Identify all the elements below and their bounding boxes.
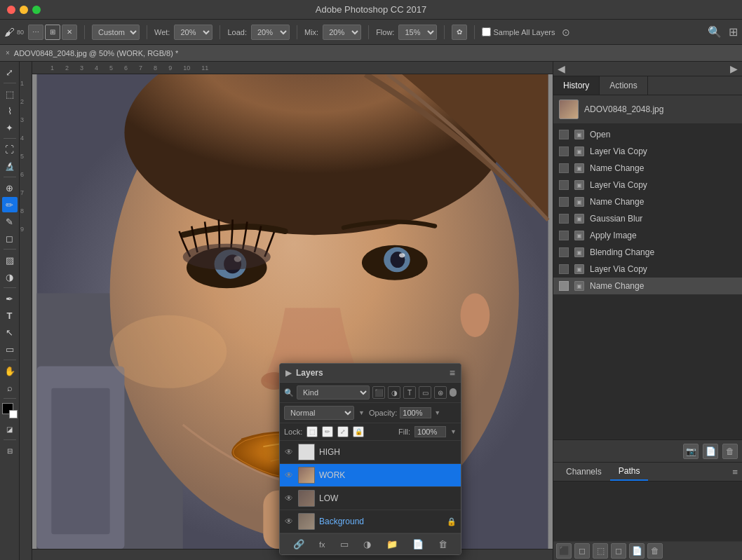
tool-pen[interactable]: ✒: [2, 291, 18, 306]
layers-filter-type[interactable]: T: [403, 386, 416, 399]
brush-preset-icon-3[interactable]: ✕: [62, 25, 77, 40]
mix-dropdown[interactable]: 20%: [323, 25, 361, 40]
panel-toggle-right[interactable]: ▶: [730, 63, 738, 74]
sample-all-checkbox[interactable]: [482, 27, 491, 36]
tool-screen-mode[interactable]: ⊟: [2, 443, 18, 458]
tab-paths[interactable]: Paths: [610, 463, 649, 481]
lock-transparent-button[interactable]: ⬚: [306, 426, 318, 437]
layers-filter-pixel[interactable]: ⬛: [372, 386, 385, 399]
tool-dodge[interactable]: ◑: [2, 269, 18, 285]
tool-eraser[interactable]: ◻: [2, 231, 18, 246]
tool-clone-stamp[interactable]: ✎: [2, 214, 18, 229]
lock-pixel-button[interactable]: ✏: [322, 426, 333, 437]
layers-blend-mode-dropdown[interactable]: Normal: [284, 406, 354, 420]
layer-item-background[interactable]: 👁 Background 🔒: [280, 510, 461, 533]
close-button[interactable]: [7, 6, 15, 14]
layers-panel-menu-button[interactable]: ≡: [450, 367, 455, 378]
layer-eye-background[interactable]: 👁: [284, 517, 294, 526]
delete-state-button[interactable]: 🗑: [722, 444, 738, 459]
tool-spot-heal[interactable]: ⊕: [2, 180, 18, 196]
paths-stroke-button[interactable]: ◻: [574, 543, 590, 559]
wet-dropdown[interactable]: 20%: [174, 25, 213, 40]
load-dropdown[interactable]: 20%: [251, 25, 290, 40]
tool-brush[interactable]: ✏: [2, 197, 18, 212]
new-layer-button[interactable]: 📄: [411, 538, 425, 551]
tool-move[interactable]: ⤢: [2, 64, 18, 80]
tab-actions[interactable]: Actions: [600, 76, 647, 95]
maximize-button[interactable]: [32, 6, 41, 14]
tool-zoom[interactable]: ⌕: [2, 380, 18, 395]
tool-hand[interactable]: ✋: [2, 363, 18, 378]
paths-to-selection-button[interactable]: ⬚: [593, 543, 608, 559]
sample-all-checkbox-group[interactable]: Sample All Layers: [482, 27, 555, 36]
new-document-button[interactable]: 📄: [703, 444, 718, 459]
airbrush-icon[interactable]: ✿: [452, 25, 467, 40]
selection-to-path-button[interactable]: ◻: [611, 543, 626, 559]
history-item-name-change-1[interactable]: ▣ Name Change: [553, 160, 742, 177]
new-snapshot-button[interactable]: 📷: [683, 444, 699, 459]
panel-toggle-left[interactable]: ◀: [558, 63, 565, 74]
history-item-gaussian-blur[interactable]: ▣ Gaussian Blur: [553, 210, 742, 227]
history-item-layer-via-copy-3[interactable]: ▣ Layer Via Copy: [553, 261, 742, 278]
layer-eye-high[interactable]: 👁: [284, 447, 294, 457]
tool-shape[interactable]: ▭: [2, 341, 18, 357]
layer-eye-low[interactable]: 👁: [284, 493, 294, 503]
paths-fill-button[interactable]: ⬛: [556, 543, 572, 559]
delete-layer-button[interactable]: 🗑: [437, 538, 449, 551]
new-path-button[interactable]: 📄: [629, 543, 645, 559]
layer-item-low[interactable]: 👁 LOW: [280, 487, 461, 510]
tool-crop[interactable]: ⛶: [2, 142, 18, 157]
layer-item-high[interactable]: 👁 HIGH: [280, 441, 461, 464]
preset-dropdown[interactable]: Custom: [92, 25, 140, 40]
tool-magic-wand[interactable]: ✦: [2, 120, 18, 135]
layers-filter-toggle[interactable]: [450, 388, 457, 397]
lock-all-button[interactable]: 🔒: [353, 426, 364, 437]
layer-fx-button[interactable]: fx: [318, 539, 327, 550]
tab-history[interactable]: History: [553, 76, 600, 95]
minimize-button[interactable]: [20, 6, 28, 14]
layer-item-work[interactable]: 👁 WORK: [280, 464, 461, 487]
history-item-layer-via-copy-1[interactable]: ▣ Layer Via Copy: [553, 143, 742, 160]
layers-collapse-arrow[interactable]: ▶: [285, 368, 292, 378]
airbrush-toggle-icon[interactable]: ⊙: [562, 27, 570, 38]
layer-eye-work[interactable]: 👁: [284, 470, 294, 480]
brush-preset-icon-2[interactable]: ⊞: [45, 25, 60, 40]
tool-marquee[interactable]: ⬚: [2, 86, 18, 102]
brush-preset-icon-1[interactable]: ⋯: [28, 25, 43, 40]
delete-path-button[interactable]: 🗑: [647, 543, 663, 559]
history-content[interactable]: ▣ Open ▣ Layer Via Copy ▣ Name Change ▣ …: [553, 123, 742, 439]
link-layers-button[interactable]: 🔗: [292, 538, 306, 551]
history-item-layer-via-copy-2[interactable]: ▣ Layer Via Copy: [553, 177, 742, 193]
background-color[interactable]: [9, 410, 18, 418]
fill-input[interactable]: [414, 426, 446, 437]
history-item-blending-change[interactable]: ▣ Blending Change: [553, 244, 742, 261]
history-item-open[interactable]: ▣ Open: [553, 126, 742, 143]
tool-lasso[interactable]: ⌇: [2, 103, 18, 118]
layers-filter-smart[interactable]: ⊛: [434, 386, 447, 399]
tool-path-select[interactable]: ↖: [2, 325, 18, 340]
layers-filter-adjustment[interactable]: ◑: [388, 386, 400, 399]
history-item-apply-image[interactable]: ▣ Apply Image: [553, 227, 742, 244]
new-folder-button[interactable]: 📁: [385, 538, 399, 551]
history-item-name-change-2[interactable]: ▣ Name Change: [553, 193, 742, 210]
tool-type[interactable]: T: [2, 308, 18, 323]
add-adjustment-button[interactable]: ◑: [362, 538, 372, 551]
opacity-input[interactable]: [400, 407, 431, 418]
search-icon[interactable]: 🔍: [708, 25, 722, 39]
tool-gradient[interactable]: ▨: [2, 252, 18, 268]
doc-close-button[interactable]: ×: [6, 49, 10, 57]
workspace-icon[interactable]: ⊞: [729, 25, 738, 39]
layers-filter-shape[interactable]: ▭: [419, 386, 431, 399]
flow-dropdown[interactable]: 15%: [398, 25, 437, 40]
tool-icons-group[interactable]: ⋯ ⊞ ✕: [28, 25, 77, 40]
layers-kind-dropdown[interactable]: Kind: [297, 385, 370, 399]
history-item-name-change-3[interactable]: ▣ Name Change: [553, 278, 742, 294]
history-state-marker-5: [559, 214, 569, 224]
lock-position-button[interactable]: ⤢: [337, 426, 349, 437]
tool-eyedropper[interactable]: 🔬: [2, 158, 18, 174]
tool-quick-mask[interactable]: ◪: [2, 421, 18, 437]
bottom-panel-menu-button[interactable]: ≡: [732, 467, 738, 477]
add-mask-button[interactable]: ▭: [339, 538, 350, 551]
foreground-background-colors[interactable]: [2, 403, 18, 418]
tab-channels[interactable]: Channels: [558, 463, 610, 480]
